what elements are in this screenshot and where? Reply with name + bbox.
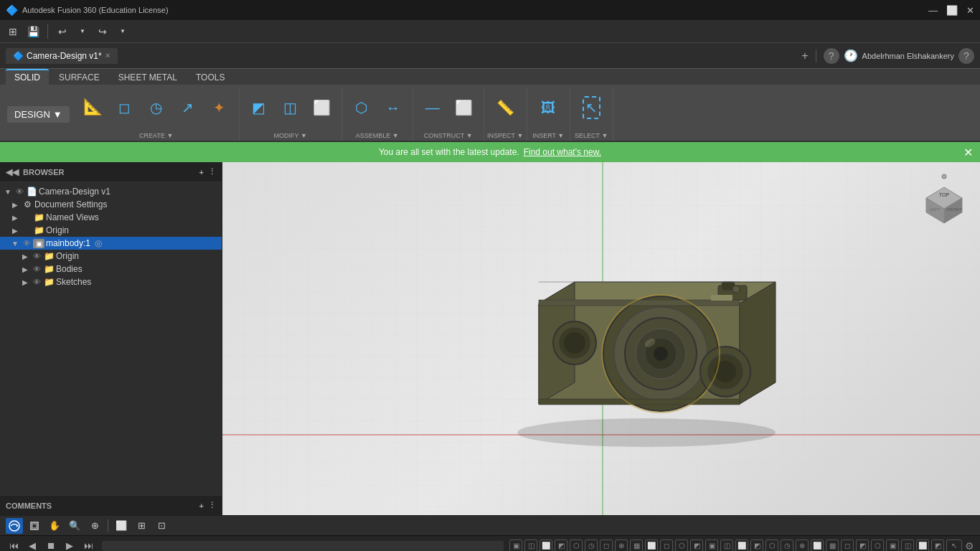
tab-sheet-metal[interactable]: SHEET METAL <box>110 70 186 85</box>
help-button[interactable]: ? <box>824 48 839 64</box>
anim-timeline[interactable] <box>102 541 504 551</box>
measure-button[interactable]: 📏 <box>490 90 520 125</box>
select-button[interactable]: ↖ <box>576 90 606 125</box>
anim-icon-29[interactable]: ◩ <box>931 540 944 552</box>
redo-dropdown[interactable]: ▼ <box>114 23 131 40</box>
anim-prev-button[interactable]: ◀ <box>24 538 40 552</box>
help-icon[interactable]: ? <box>958 48 974 64</box>
tree-item-mainbody[interactable]: ▼ 👁 ▣ mainbody:1 ◎ <box>0 237 222 250</box>
anim-icon-13[interactable]: ◩ <box>690 540 703 552</box>
anim-first-button[interactable]: ⏮ <box>6 538 22 552</box>
tree-item-bodies[interactable]: ▶ 👁 📁 Bodies <box>0 263 222 276</box>
tree-item-doc-settings[interactable]: ▶ ⚙ Document Settings <box>0 198 222 211</box>
expand-sketches[interactable]: ▶ <box>20 278 30 286</box>
minimize-button[interactable]: — <box>928 5 938 16</box>
anim-icon-3[interactable]: ⬜ <box>540 540 552 552</box>
revolve-button[interactable]: ◷ <box>141 90 171 125</box>
zoom-button[interactable]: 🔍 <box>66 518 83 534</box>
expand-bodies[interactable]: ▶ <box>20 265 30 273</box>
anim-icon-27[interactable]: ◫ <box>901 540 914 552</box>
expand-named-views[interactable]: ▶ <box>10 214 20 222</box>
anim-icon-16[interactable]: ⬜ <box>735 540 748 552</box>
pan-button[interactable]: ✋ <box>46 518 63 534</box>
anim-icon-23[interactable]: ◻ <box>841 540 854 552</box>
anim-icon-19[interactable]: ◷ <box>781 540 793 552</box>
anim-icon-7[interactable]: ◻ <box>600 540 613 552</box>
anim-icon-2[interactable]: ◫ <box>524 540 537 552</box>
view-mode-3[interactable]: ⊡ <box>153 518 170 534</box>
tree-item-origin[interactable]: ▶ 👁 📁 Origin <box>0 224 222 237</box>
create-sketch-button[interactable]: 📐 <box>78 90 108 125</box>
visibility-mainbody[interactable]: 👁 <box>22 239 32 248</box>
fillet-button[interactable]: ◫ <box>275 90 306 125</box>
save-button[interactable]: 💾 <box>24 23 42 40</box>
browser-splitter[interactable]: ⋮ <box>208 167 216 176</box>
browser-options-button[interactable]: + <box>199 168 204 176</box>
titlebar-controls[interactable]: — ⬜ ✕ <box>928 5 974 16</box>
visibility-named-views[interactable]: 👁 <box>22 213 32 222</box>
loft-button[interactable]: ✦ <box>204 90 235 125</box>
anim-icon-6[interactable]: ◷ <box>585 540 598 552</box>
tree-item-mainbody-origin[interactable]: ▶ 👁 📁 Origin <box>0 250 222 263</box>
visibility-origin[interactable]: 👁 <box>22 226 32 235</box>
anim-icon-28[interactable]: ⬜ <box>916 540 929 552</box>
visibility-sketches[interactable]: 👁 <box>32 278 42 286</box>
anim-icon-9[interactable]: ▦ <box>630 540 643 552</box>
undo-button[interactable]: ↩ <box>54 23 71 40</box>
anim-icon-17[interactable]: ◩ <box>750 540 763 552</box>
press-pull-button[interactable]: ◩ <box>244 90 274 125</box>
anim-icon-20[interactable]: ⊕ <box>796 540 809 552</box>
anim-icon-26[interactable]: ▣ <box>886 540 899 552</box>
anim-icon-22[interactable]: ▦ <box>826 540 839 552</box>
anim-icon-cursor[interactable]: ↖ <box>946 540 962 552</box>
tree-item-named-views[interactable]: ▶ 👁 📁 Named Views <box>0 211 222 224</box>
anim-icon-5[interactable]: ⬡ <box>570 540 583 552</box>
insert-image-button[interactable]: 🖼 <box>533 90 563 125</box>
close-button[interactable]: ✕ <box>966 5 974 16</box>
tab-close-button[interactable]: ✕ <box>105 52 110 60</box>
view-mode-2[interactable]: ⊞ <box>133 518 150 534</box>
visibility-bodies[interactable]: 👁 <box>32 265 42 273</box>
anim-icon-10[interactable]: ⬜ <box>645 540 658 552</box>
anim-icon-18[interactable]: ⬡ <box>765 540 778 552</box>
visibility-mainbody-origin[interactable]: 👁 <box>32 252 42 260</box>
design-menu-button[interactable]: DESIGN ▼ <box>7 106 70 123</box>
comments-add-button[interactable]: + <box>199 501 204 510</box>
expand-mainbody-origin[interactable]: ▶ <box>20 253 30 260</box>
tab-surface[interactable]: SURFACE <box>50 70 108 85</box>
anim-stop-button[interactable]: ⏹ <box>43 538 59 552</box>
grid-button[interactable]: ⊞ <box>4 23 22 40</box>
visibility-camera-design[interactable]: 👁 <box>14 187 24 196</box>
tab-tools[interactable]: TOOLS <box>187 70 233 85</box>
anim-icon-14[interactable]: ▣ <box>705 540 718 552</box>
notification-link[interactable]: Find out what's new. <box>524 147 601 157</box>
tree-item-sketches[interactable]: ▶ 👁 📁 Sketches <box>0 276 222 288</box>
viewport[interactable]: TOP LEFT FRONT <box>222 162 980 515</box>
anim-icon-15[interactable]: ◫ <box>720 540 733 552</box>
view-cube[interactable]: TOP LEFT FRONT <box>915 169 973 227</box>
orbit-button[interactable] <box>6 518 23 534</box>
redo-button[interactable]: ↪ <box>94 23 111 40</box>
home-button[interactable] <box>26 518 43 534</box>
anim-last-button[interactable]: ⏭ <box>80 538 96 552</box>
anim-icon-25[interactable]: ⬡ <box>871 540 884 552</box>
extrude-button[interactable]: ◻ <box>110 90 140 125</box>
anim-icon-1[interactable]: ▣ <box>509 540 522 552</box>
add-tab-button[interactable]: + <box>801 50 808 62</box>
time-button[interactable]: 🕐 <box>844 49 858 62</box>
expand-mainbody[interactable]: ▼ <box>10 240 20 248</box>
comments-splitter[interactable]: ⋮ <box>208 501 216 510</box>
settings-gear-button[interactable]: ⚙ <box>965 540 974 552</box>
tab-camera-design[interactable]: 🔷 Camera-Design v1* ✕ <box>6 48 118 64</box>
expand-origin[interactable]: ▶ <box>10 227 20 235</box>
new-component-button[interactable]: ⬡ <box>347 90 377 125</box>
view-mode-1[interactable]: ⬜ <box>113 518 130 534</box>
mainbody-record-icon[interactable]: ◎ <box>95 238 102 248</box>
notification-close-button[interactable]: ✕ <box>963 146 973 159</box>
maximize-button[interactable]: ⬜ <box>946 5 958 16</box>
offset-plane-button[interactable]: — <box>418 90 448 125</box>
tree-item-camera-design[interactable]: ▼ 👁 📄 Camera-Design v1 <box>0 185 222 198</box>
expand-camera-design[interactable]: ▼ <box>3 188 13 196</box>
anim-play-button[interactable]: ▶ <box>62 538 77 552</box>
anim-icon-24[interactable]: ◩ <box>856 540 869 552</box>
